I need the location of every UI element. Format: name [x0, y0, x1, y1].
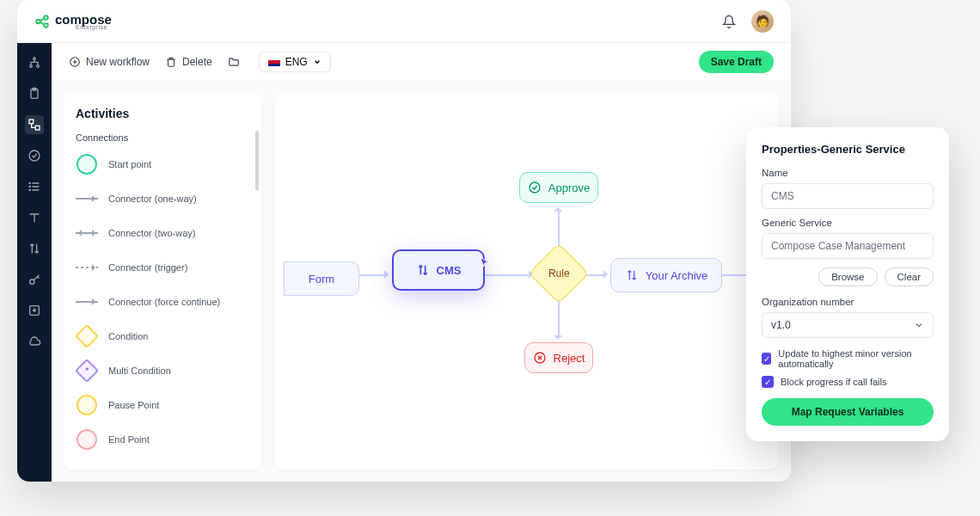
node-approve[interactable]: Approve [519, 172, 598, 203]
service-input[interactable] [762, 233, 934, 259]
diamond-multi-icon: * [75, 359, 99, 383]
activity-connector-force[interactable]: Connector (force continue) [76, 291, 249, 313]
nav-list-icon[interactable] [25, 177, 44, 196]
svg-point-16 [29, 182, 30, 183]
flag-uk-icon [268, 58, 280, 66]
workflow-canvas[interactable]: Form CMS Approve Rule Reject [275, 93, 779, 470]
activity-label: Pause Point [108, 400, 159, 410]
activity-label: Start point [108, 159, 151, 169]
main-area: New workflow Delete ENG Save Draft [52, 43, 791, 482]
arrow-trigger-icon [76, 267, 98, 268]
svg-rect-10 [29, 120, 34, 124]
activity-connector-trigger[interactable]: Connector (trigger) [76, 256, 249, 279]
logo-subtitle: Enterprise [76, 24, 112, 30]
svg-line-3 [40, 18, 45, 21]
svg-point-12 [29, 150, 40, 161]
node-form[interactable]: Form [284, 261, 359, 296]
org-number-label: Organization number [762, 297, 934, 307]
chevron-down-icon [914, 320, 924, 330]
plus-circle-icon [69, 56, 81, 68]
activity-multi-condition[interactable]: *Multi Condition [76, 359, 249, 382]
svg-point-2 [44, 23, 48, 28]
activity-start-point[interactable]: Start point [76, 153, 249, 175]
logo: compose Enterprise [34, 12, 112, 30]
svg-point-7 [37, 65, 40, 68]
connections-label: Connections [76, 132, 249, 143]
name-input[interactable] [762, 183, 934, 209]
nav-text-icon[interactable] [25, 208, 44, 227]
nav-workflow-icon[interactable] [25, 53, 44, 72]
browse-button[interactable]: Browse [818, 267, 877, 286]
icon-sidebar [17, 43, 52, 482]
svg-point-25 [530, 182, 540, 193]
delete-button[interactable]: Delete [165, 56, 212, 68]
activities-panel: Activities Connections Start point Conne… [64, 93, 261, 470]
nav-cloud-icon[interactable] [25, 332, 44, 351]
activity-pause-point[interactable]: Pause Point [76, 394, 249, 416]
activity-connector-two-way[interactable]: Connector (two-way) [76, 222, 249, 244]
start-point-icon [77, 154, 97, 175]
save-draft-button[interactable]: Save Draft [699, 51, 774, 73]
arrow-two-way-icon [76, 232, 98, 234]
svg-point-17 [29, 186, 30, 187]
activity-label: Connector (trigger) [108, 262, 187, 273]
checkbox-block-progress[interactable]: ✓ Block progress if call fails [762, 376, 934, 388]
checkbox-update-minor[interactable]: ✓ Update to highest minor version automa… [762, 348, 934, 369]
clear-button[interactable]: Clear [885, 267, 934, 286]
nav-arrange-icon[interactable] [25, 115, 44, 134]
node-label: Approve [548, 181, 590, 194]
node-rule[interactable]: Rule [529, 243, 590, 304]
delete-label: Delete [182, 56, 212, 68]
node-label: Your Archive [646, 269, 708, 282]
svg-point-6 [30, 65, 33, 68]
org-number-value: v1.0 [771, 319, 791, 331]
node-label: Form [309, 273, 334, 286]
folder-button[interactable] [228, 56, 240, 68]
diamond-condition-icon [75, 324, 99, 348]
activity-label: Connector (one-way) [108, 194, 197, 204]
node-label: Reject [554, 352, 585, 365]
node-reject[interactable]: Reject [524, 342, 593, 373]
svg-point-18 [29, 189, 30, 190]
checkbox-checked-icon: ✓ [762, 353, 771, 365]
notifications-icon[interactable] [722, 15, 736, 28]
trash-icon [165, 56, 177, 68]
nav-clipboard-icon[interactable] [25, 84, 44, 103]
folder-icon [228, 56, 240, 68]
language-select[interactable]: ENG [259, 52, 331, 72]
svg-rect-11 [35, 126, 40, 130]
svg-point-1 [44, 15, 48, 20]
activity-label: Condition [108, 331, 148, 341]
svg-line-4 [40, 22, 45, 24]
node-label: CMS [437, 264, 462, 277]
avatar[interactable]: 🧑 [751, 10, 774, 33]
new-workflow-button[interactable]: New workflow [69, 56, 150, 68]
node-cms[interactable]: CMS [392, 249, 485, 291]
nav-download-icon[interactable] [25, 301, 44, 320]
nav-sort-icon[interactable] [25, 239, 44, 258]
nav-check-icon[interactable] [25, 146, 44, 165]
svg-point-0 [36, 19, 40, 23]
nav-key-icon[interactable] [25, 270, 44, 289]
node-archive[interactable]: Your Archive [610, 258, 722, 292]
body: New workflow Delete ENG Save Draft [17, 43, 791, 482]
pause-point-icon [77, 395, 97, 415]
map-request-button[interactable]: Map Request Variables [762, 398, 934, 426]
x-circle-icon [533, 351, 547, 365]
swap-icon [416, 263, 430, 277]
arrow-force-icon [76, 301, 98, 303]
activity-connector-one-way[interactable]: Connector (one-way) [76, 187, 249, 210]
app-window: compose Enterprise 🧑 New workflow [17, 0, 791, 482]
toolbar: New workflow Delete ENG Save Draft [52, 43, 791, 81]
activity-label: Connector (force continue) [108, 297, 220, 307]
svg-point-5 [34, 58, 36, 60]
svg-point-20 [30, 280, 34, 284]
checkbox-checked-icon: ✓ [762, 376, 774, 388]
new-workflow-label: New workflow [86, 56, 150, 68]
activity-end-point[interactable]: End Point [76, 428, 249, 451]
activity-condition[interactable]: Condition [76, 325, 249, 347]
activity-label: Multi Condition [108, 366, 171, 376]
org-number-select[interactable]: v1.0 [762, 312, 934, 338]
activity-label: End Point [108, 434, 150, 445]
activities-title: Activities [76, 107, 249, 120]
